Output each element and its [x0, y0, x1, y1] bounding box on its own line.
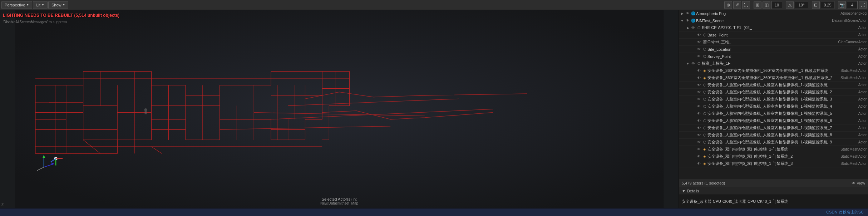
tree-item[interactable]: ▼👁🌐BIMTest_SceneDatasmithSceneActor: [679, 17, 868, 24]
item-type-label: Actor: [858, 133, 867, 137]
tree-item[interactable]: 👁⬡安全设备_人脸室内枪型摄像机_人脸室内枪型摄像机_1-视频监控系统Actor: [679, 82, 868, 89]
outliner-list[interactable]: ▶👁🌐Atmospheric FogAtmosphericFog▼👁🌐BIMTe…: [679, 10, 868, 179]
tree-item[interactable]: 👁⬡安全设备_人脸室内枪型摄像机_人脸室内枪型摄像机_1-视频监控系统_2Act…: [679, 89, 868, 96]
visibility-icon[interactable]: 👁: [696, 118, 702, 124]
tree-item[interactable]: 👁◈安全设备_双门电控锁_双门电控锁_1-门禁系统StaticMeshActor: [679, 146, 868, 153]
item-type-icon: ⬡: [696, 25, 702, 31]
expand-icon[interactable]: [691, 90, 696, 95]
visibility-icon[interactable]: 👁: [690, 61, 696, 67]
visibility-icon[interactable]: 👁: [696, 161, 702, 167]
item-type-icon: ⬡: [702, 82, 707, 88]
tree-item[interactable]: 👁⬡安全设备_人脸室内枪型摄像机_人脸室内枪型摄像机_1-视频监控系统_6Act…: [679, 117, 868, 124]
show-button[interactable]: Show ▼: [48, 1, 68, 9]
tree-item[interactable]: 👁◈安全设备_双门电控锁_双门电控锁_1-门禁系统_2StaticMeshAct…: [679, 153, 868, 160]
grid-value[interactable]: 10: [771, 1, 782, 9]
tree-item[interactable]: 👁◈安全设备_360°室内全景摄像机_360°室内全景摄像机_1-视频监控系统_…: [679, 74, 868, 82]
visibility-icon[interactable]: 👁: [685, 18, 690, 24]
visibility-icon[interactable]: 👁: [696, 46, 702, 52]
tree-item[interactable]: 👁◈安全设备_360°室内全景摄像机_360°室内全景摄像机_1-视频监控系统S…: [679, 67, 868, 74]
expand-icon[interactable]: [691, 54, 696, 59]
tree-item[interactable]: 👁🎬Object_三维_CineCameraActor: [679, 39, 868, 46]
expand-icon[interactable]: [691, 140, 696, 145]
expand-icon[interactable]: ▶: [685, 25, 690, 30]
expand-icon[interactable]: ▼: [680, 18, 685, 23]
visibility-icon[interactable]: 👁: [696, 154, 702, 159]
view-button[interactable]: 👁 View: [852, 181, 865, 185]
tree-item[interactable]: 👁⬡安全设备_人脸室内枪型摄像机_人脸室内枪型摄像机_1-视频监控系统_3Act…: [679, 96, 868, 103]
visibility-icon[interactable]: 👁: [685, 11, 690, 16]
scale-value[interactable]: 0.25: [821, 1, 834, 9]
svg-point-42: [54, 157, 58, 161]
expand-icon[interactable]: [691, 83, 696, 88]
expand-icon[interactable]: [691, 133, 696, 138]
expand-icon[interactable]: [691, 33, 696, 38]
item-name-label: Site_Location: [707, 47, 857, 51]
tree-item[interactable]: 👁⬡安全设备_人脸室内枪型摄像机_人脸室内枪型摄像机_1-视频监控系统_7Act…: [679, 124, 868, 132]
scale-icon[interactable]: ⛶: [742, 1, 750, 9]
snap-icon[interactable]: ◫: [763, 1, 770, 9]
visibility-icon[interactable]: 👁: [696, 139, 702, 145]
details-triangle-icon: ▼: [682, 189, 686, 193]
tree-item[interactable]: 👁⬡安全设备_人脸室内枪型摄像机_人脸室内枪型摄像机_1-视频监控系统_5Act…: [679, 110, 868, 117]
main-area: LIGHTING NEEDS TO BE REBUILT (5,514 unbu…: [0, 10, 868, 208]
visibility-icon[interactable]: 👁: [696, 68, 702, 74]
top-toolbar: Perspective ▼ Lit ▼ Show ▼ ⊕ ↺ ⛶ ⊞ ◫ 10 …: [0, 0, 868, 10]
expand-icon[interactable]: [691, 111, 696, 116]
angle-icon[interactable]: △: [786, 1, 794, 9]
visibility-icon[interactable]: 👁: [696, 132, 702, 138]
tree-item[interactable]: 👁⬡安全设备_人脸室内枪型摄像机_人脸室内枪型摄像机_1-视频监控系统_4Act…: [679, 103, 868, 110]
visibility-icon[interactable]: 👁: [696, 75, 702, 81]
tree-item[interactable]: ▶👁⬡EHE-CP-AP2701-T-F1（02_Actor: [679, 24, 868, 31]
item-type-icon: ⬡: [702, 89, 707, 95]
expand-icon[interactable]: [691, 97, 696, 102]
camera-icon[interactable]: 📷: [838, 1, 846, 9]
visibility-icon[interactable]: 👁: [696, 104, 702, 109]
details-content: 安全设备_读卡器-CPU-CK40_读卡器-CPU-CK40_1-门禁系统: [679, 195, 868, 208]
visibility-icon[interactable]: 👁: [696, 147, 702, 152]
tree-item[interactable]: 👁⬡Site_LocationActor: [679, 46, 868, 53]
rotate-icon[interactable]: ↺: [733, 1, 741, 9]
camera-speed-value[interactable]: 4: [847, 1, 858, 9]
details-header: ▼ Details: [679, 187, 868, 195]
tree-item[interactable]: 👁⬡安全设备_人脸室内枪型摄像机_人脸室内枪型摄像机_1-视频监控系统_8Act…: [679, 132, 868, 139]
expand-icon[interactable]: [691, 75, 696, 80]
expand-icon[interactable]: [691, 104, 696, 109]
visibility-icon[interactable]: 👁: [696, 89, 702, 95]
visibility-icon[interactable]: 👁: [696, 39, 702, 45]
tree-item[interactable]: ▼👁⬡标高_上标头_1FActor: [679, 60, 868, 67]
scale2-icon[interactable]: ⊡: [812, 1, 820, 9]
visibility-icon[interactable]: 👁: [690, 25, 696, 31]
expand-icon[interactable]: [691, 68, 696, 73]
item-name-label: 安全设备_人脸室内枪型摄像机_人脸室内枪型摄像机_1-视频监控系统: [707, 82, 857, 88]
expand-icon[interactable]: [691, 161, 696, 166]
expand-icon[interactable]: [691, 40, 696, 45]
svg-line-34: [288, 99, 459, 105]
viewport[interactable]: LIGHTING NEEDS TO BE REBUILT (5,514 unbu…: [0, 10, 679, 208]
expand-icon[interactable]: [691, 126, 696, 131]
tree-item[interactable]: 👁⬡安全设备_人脸室内枪型摄像机_人脸室内枪型摄像机_1-视频监控系统_9Act…: [679, 139, 868, 146]
visibility-icon[interactable]: 👁: [696, 32, 702, 38]
visibility-icon[interactable]: 👁: [696, 54, 702, 59]
lit-button[interactable]: Lit ▼: [33, 1, 48, 9]
expand-icon[interactable]: ▶: [680, 11, 685, 16]
tree-item[interactable]: ▶👁🌐Atmospheric FogAtmosphericFog: [679, 10, 868, 17]
visibility-icon[interactable]: 👁: [696, 125, 702, 131]
visibility-icon[interactable]: 👁: [696, 82, 702, 88]
svg-line-33: [254, 113, 425, 116]
expand-icon[interactable]: [691, 147, 696, 152]
angle-value[interactable]: 10°: [795, 1, 808, 9]
perspective-button[interactable]: Perspective ▼: [1, 1, 32, 9]
maximize-icon[interactable]: ⛶: [859, 1, 867, 9]
translate-icon[interactable]: ⊕: [724, 1, 732, 9]
expand-icon[interactable]: [691, 118, 696, 123]
tree-item[interactable]: 👁⬡Survey_PointActor: [679, 53, 868, 60]
expand-icon[interactable]: [691, 154, 696, 159]
item-type-icon: ⬡: [702, 54, 707, 59]
expand-icon[interactable]: [691, 47, 696, 52]
expand-icon[interactable]: ▼: [685, 61, 690, 66]
tree-item[interactable]: 👁◈安全设备_双门电控锁_双门电控锁_1-门禁系统_3StaticMeshAct…: [679, 160, 868, 167]
visibility-icon[interactable]: 👁: [696, 111, 702, 117]
visibility-icon[interactable]: 👁: [696, 97, 702, 102]
grid-icon[interactable]: ⊞: [754, 1, 761, 9]
tree-item[interactable]: 👁⬡Base_PointActor: [679, 31, 868, 39]
